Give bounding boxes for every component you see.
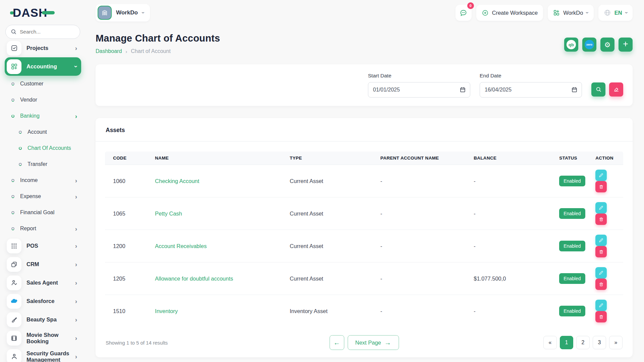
next-page-button[interactable]: Next Page →: [347, 335, 399, 350]
pagination-page-3[interactable]: 3: [593, 336, 606, 349]
workdo-menu-button[interactable]: WorkDo ›: [548, 5, 594, 21]
topbar: WorkDo › 0 Create Workspace WorkDo: [96, 4, 633, 21]
sidebar-item-sales-agent[interactable]: Sales Agent ›: [5, 274, 81, 292]
sidebar-item-transfer[interactable]: Transfer: [5, 156, 81, 172]
topbar-actions: 0 Create Workspace WorkDo › EN: [455, 5, 633, 21]
sidebar-item-expense[interactable]: Expense ›: [5, 188, 81, 204]
delete-button[interactable]: [595, 279, 607, 290]
delete-button[interactable]: [595, 246, 607, 257]
status-badge: Enabled: [559, 208, 585, 219]
sidebar-item-label: Security Guards Management: [26, 350, 75, 362]
sidebar-item-accounting[interactable]: Accounting ›: [5, 57, 81, 76]
sidebar-item-label: Vendor: [20, 97, 77, 103]
xero-button[interactable]: xero: [582, 38, 596, 52]
sidebar-item-report[interactable]: Report ›: [5, 221, 81, 237]
create-workspace-button[interactable]: Create Workspace: [476, 5, 543, 21]
grid-plus-icon: [7, 59, 21, 74]
previous-page-button[interactable]: ←: [329, 335, 344, 350]
status-badge: Enabled: [559, 273, 585, 284]
cell-code: 1065: [105, 197, 152, 230]
calendar-icon[interactable]: [571, 86, 578, 93]
language-code: EN: [614, 10, 622, 16]
edit-button[interactable]: [595, 235, 607, 246]
film-icon: [7, 331, 21, 346]
delete-button[interactable]: [595, 214, 607, 225]
breadcrumb-dashboard-link[interactable]: Dashboard: [96, 48, 122, 54]
column-header-balance: BALANCE: [470, 152, 556, 165]
chevron-right-icon: ›: [75, 45, 77, 51]
sidebar-item-income[interactable]: Income ›: [5, 172, 81, 188]
sidebar-item-crm[interactable]: CRM ›: [5, 255, 81, 274]
pagination-last-button[interactable]: »: [609, 336, 623, 349]
delete-button[interactable]: [595, 311, 607, 322]
sidebar-item-beauty-spa[interactable]: Beauty Spa ›: [5, 310, 81, 329]
breadcrumb-current: Chart of Account: [131, 48, 170, 54]
chevron-right-icon: ›: [75, 298, 77, 304]
sidebar-item-movie-show-booking[interactable]: Movie Show Booking ›: [5, 329, 81, 347]
sidebar-item-projects[interactable]: Projects ›: [5, 39, 81, 57]
sidebar-item-label: Expense: [20, 193, 75, 199]
bullet-icon: [11, 115, 14, 118]
cell-code: 1200: [105, 230, 152, 262]
column-header-code: CODE: [105, 152, 152, 165]
end-date-input[interactable]: [480, 82, 582, 98]
account-name-link[interactable]: Petty Cash: [155, 210, 182, 217]
account-name-link[interactable]: Account Receivables: [155, 243, 207, 249]
table-row: 1065 Petty Cash Current Asset - - Enable…: [105, 197, 623, 230]
chevron-right-icon: ›: [75, 243, 77, 249]
pagination-page-2[interactable]: 2: [576, 336, 590, 349]
sidebar-item-financial-goal[interactable]: Financial Goal: [5, 204, 81, 221]
start-date-input[interactable]: [368, 82, 470, 98]
page-number: 2: [582, 340, 585, 346]
edit-button[interactable]: [595, 300, 607, 311]
language-selector[interactable]: EN ›: [598, 5, 633, 21]
cell-parent: -: [377, 230, 470, 262]
sidebar-item-vendor[interactable]: Vendor: [5, 92, 81, 108]
workspace-selector[interactable]: WorkDo ›: [96, 4, 150, 21]
quickbooks-button[interactable]: qb: [564, 38, 578, 52]
chevron-right-icon: ›: [75, 193, 77, 200]
sidebar-item-account[interactable]: Account: [5, 124, 81, 140]
sidebar-item-salesforce[interactable]: Salesforce ›: [5, 292, 81, 310]
account-name-link[interactable]: Checking Account: [155, 178, 199, 184]
pagination-page-1[interactable]: 1: [560, 336, 573, 349]
chevron-down-icon: ›: [141, 12, 146, 13]
filter-card: Start Date End Date: [96, 64, 633, 106]
edit-button[interactable]: [595, 170, 607, 181]
apply-filter-button[interactable]: [591, 82, 605, 97]
sidebar-item-customer[interactable]: Customer: [5, 76, 81, 92]
sidebar-item-label: Financial Goal: [20, 209, 77, 216]
xero-icon: xero: [585, 40, 594, 49]
sidebar-item-label: Chart Of Accounts: [28, 145, 77, 151]
brand-logo[interactable]: DASH: [10, 5, 86, 21]
add-account-button[interactable]: +: [619, 38, 633, 52]
delete-button[interactable]: [595, 181, 607, 192]
chevron-down-icon: ›: [624, 12, 629, 13]
account-name-link[interactable]: Allowance for doubtful accounts: [155, 276, 233, 282]
sidebar-item-chart-of-accounts[interactable]: Chart Of Accounts: [5, 140, 81, 156]
brush-icon: [7, 312, 21, 327]
table-row: 1205 Allowance for doubtful accounts Cur…: [105, 262, 623, 295]
sidebar-item-banking[interactable]: Banking ›: [5, 108, 81, 124]
calendar-icon[interactable]: [460, 86, 466, 93]
edit-button[interactable]: [595, 267, 607, 279]
person-icon: [7, 349, 21, 362]
pagination-first-button[interactable]: «: [543, 336, 557, 349]
reset-filter-button[interactable]: [609, 82, 623, 97]
sidebar-item-label: Report: [20, 226, 75, 232]
sidebar-item-security-guards[interactable]: Security Guards Management ›: [5, 347, 81, 362]
sidebar-item-label: Income: [20, 177, 75, 183]
edit-button[interactable]: [595, 202, 607, 214]
start-date-label: Start Date: [368, 73, 470, 79]
sidebar-item-pos[interactable]: POS ›: [5, 237, 81, 255]
cell-balance: -: [470, 197, 556, 230]
cell-code: 1060: [105, 165, 152, 197]
account-name-link[interactable]: Inventory: [155, 308, 178, 314]
sidebar-item-label: Beauty Spa: [26, 316, 75, 323]
messages-button[interactable]: 0: [455, 5, 472, 21]
globe-icon: [604, 9, 611, 16]
sidebar-item-label: Movie Show Booking: [26, 332, 75, 345]
sidebar-item-label: Accounting: [26, 63, 75, 70]
main-content: WorkDo › 0 Create Workspace WorkDo: [86, 0, 644, 362]
settings-button[interactable]: ⚙: [600, 38, 614, 52]
